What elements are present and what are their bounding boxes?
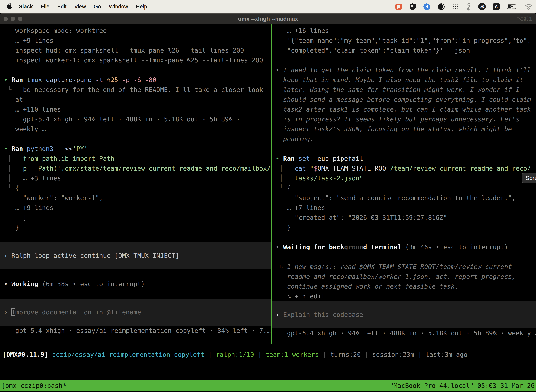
text-segment: }: [4, 224, 19, 231]
terminal-line: should send a message before completing …: [276, 95, 536, 104]
text-segment: tmux: [27, 76, 46, 84]
menu-item-help[interactable]: Help: [136, 4, 147, 10]
shield-grid-icon[interactable]: [409, 3, 416, 10]
text-segment: turns:20: [330, 351, 361, 358]
waiting-status: • Waiting for background terminal (3m 46…: [276, 242, 536, 252]
menu-item-edit[interactable]: Edit: [57, 4, 67, 10]
text-segment: team:1 workers: [266, 351, 319, 358]
text-segment: {: [15, 184, 19, 191]
text-segment: ralph:1/10: [216, 351, 254, 358]
text-segment: … +9 lines: [4, 204, 53, 211]
omx-session-statusline: [OMX#0.11.9] cczip/essay/ai-reimplementa…: [0, 350, 536, 359]
text-segment: ": [310, 165, 314, 172]
dots-grid-icon[interactable]: [452, 3, 459, 10]
terminal-line: [276, 55, 536, 65]
text-segment: tasks/task-2.json": [295, 175, 363, 182]
terminal-window: omx --xhigh --madmax ⌥⌘1 workspace_mode:…: [0, 13, 536, 392]
text-segment: Ran: [283, 155, 298, 162]
text-segment: session:23m: [372, 351, 414, 358]
menu-item-file[interactable]: File: [41, 4, 49, 10]
menu-item-slack[interactable]: Slack: [19, 4, 33, 10]
terminal-line: continue assigned work or next feasible …: [276, 281, 536, 291]
terminal-content: workspace_mode: worktree … +9 lines insp…: [0, 24, 536, 392]
text-segment: ]: [4, 214, 27, 221]
menu-item-view[interactable]: View: [74, 4, 86, 10]
text-segment: •: [4, 280, 11, 288]
text-segment: keep that in mind. Maybe I also need the…: [276, 76, 523, 84]
crescent-app-icon[interactable]: [438, 3, 445, 10]
text-segment: cczip/essay/ai-reimplementation-copyleft: [52, 351, 205, 358]
text-segment: │: [276, 165, 295, 172]
text-segment: is in progress? It seems likely but perh…: [276, 116, 519, 123]
input-source-icon[interactable]: A: [493, 3, 500, 10]
terminal-line: weekly …: [4, 124, 271, 134]
apple-menu[interactable]: [7, 3, 12, 10]
window-shortcut-hint: ⌥⌘1: [517, 15, 532, 22]
battery-icon[interactable]: [507, 4, 518, 9]
terminal-line: pending.: [276, 134, 536, 144]
text-segment: pending.: [276, 135, 314, 142]
terminal-line: … +110 lines: [4, 104, 271, 114]
ran-set-command: • Ran set -euo pipefail: [276, 154, 536, 163]
terminal-line: }: [276, 223, 536, 232]
terminal-line: … +16 lines: [276, 26, 536, 36]
text-segment: ›: [4, 308, 11, 316]
terminal-line: "created_at": "2026-03-31T11:59:27.816Z": [276, 213, 536, 223]
terminal-line: inspect_hud: omx sparkshell --tmux-pane …: [4, 46, 271, 55]
terminal-line: [4, 65, 271, 75]
percent-badge-label: ..61: [479, 5, 484, 9]
terminal-line: [4, 289, 271, 299]
terminal-line: [4, 134, 271, 144]
menu-item-window[interactable]: Window: [109, 4, 128, 10]
terminal-line: '{"team_name":"my-team","task_id":"1","f…: [276, 36, 536, 46]
prompt-input-right[interactable]: › Explain this codebase: [272, 301, 536, 328]
chat-app-icon[interactable]: [395, 3, 402, 10]
text-segment: should send a message before completing …: [276, 96, 531, 103]
text-segment: I: [11, 308, 15, 316]
text-segment: -p -S -80: [122, 76, 156, 84]
tooltip-label: Scre: [526, 175, 536, 181]
terminal-line: … +7 lines: [276, 203, 536, 213]
terminal-line: │ tasks/task-2.json": [276, 173, 536, 183]
terminal-line: [276, 144, 536, 154]
text-segment: gpt-5.4 xhigh · 94% left · 488K in · 5.1…: [4, 116, 240, 123]
ralph-loop-banner[interactable]: › Ralph loop active continue [OMX_TMUX_I…: [0, 242, 271, 269]
terminal-line: is in progress? It seems likely but perh…: [276, 114, 536, 124]
left-terminal-pane[interactable]: workspace_mode: worktree … +9 lines insp…: [0, 24, 271, 344]
text-segment: ↳: [276, 263, 287, 270]
text-segment: |: [414, 351, 426, 358]
text-segment: •: [276, 243, 283, 251]
input-source-letter: A: [495, 4, 498, 9]
text-segment: 'PY': [72, 145, 88, 152]
prompt-input-left[interactable]: › Improve documentation in @filename: [0, 299, 271, 326]
lightning-app-icon[interactable]: [423, 3, 431, 10]
squiggle-app-icon[interactable]: [466, 3, 471, 11]
terminal-line: task2 after task1 is complete, but can I…: [276, 104, 536, 114]
percent-badge-icon[interactable]: ..61: [478, 3, 486, 10]
text-segment: └: [4, 86, 23, 93]
ran-tmux-command: • Ran tmux capture-pane -t %25 -p -S -80: [4, 75, 271, 85]
text-segment: set: [298, 155, 314, 162]
menu-item-go[interactable]: Go: [94, 4, 101, 10]
text-segment: inspect_worker-1: omx sparkshell --tmux-…: [4, 56, 263, 64]
text-segment: gpt-5.4 xhigh · essay/ai-reimplementatio…: [4, 327, 271, 334]
text-segment: ›: [4, 252, 11, 259]
text-segment: <<: [65, 145, 72, 152]
terminal-line: inspect_worker-1: omx sparkshell --tmux-…: [4, 55, 271, 65]
wifi-icon[interactable]: [525, 4, 532, 10]
text-segment: ›: [276, 311, 283, 318]
terminal-line: ↳ 1 new msg(s): read $OMX_TEAM_STATE_ROO…: [276, 262, 536, 272]
text-segment: Ralph loop active continue [OMX_TMUX_INJ…: [11, 252, 179, 259]
terminal-line: [276, 232, 536, 242]
text-segment: (6m 38s • esc to interrupt): [42, 280, 145, 288]
text-segment: OMX_TEAM_STATE_ROOT: [317, 165, 390, 172]
text-segment: /team/review-current-readme-and-reco/: [390, 165, 531, 172]
text-segment: from pathlib import Path: [23, 155, 114, 162]
text-segment: groun: [344, 243, 363, 251]
text-segment: Waiting for back: [283, 243, 344, 251]
right-terminal-pane[interactable]: … +16 lines '{"team_name":"my-team","tas…: [272, 24, 536, 344]
tmux-status-bar: [omx-cczip0:bash* "MacBook-Pro-44.local"…: [0, 380, 536, 391]
text-segment: •: [4, 145, 11, 152]
text-segment: "completed","claim_token":"claim-token"}…: [276, 47, 470, 54]
tmux-panes: workspace_mode: worktree … +9 lines insp…: [0, 24, 536, 344]
